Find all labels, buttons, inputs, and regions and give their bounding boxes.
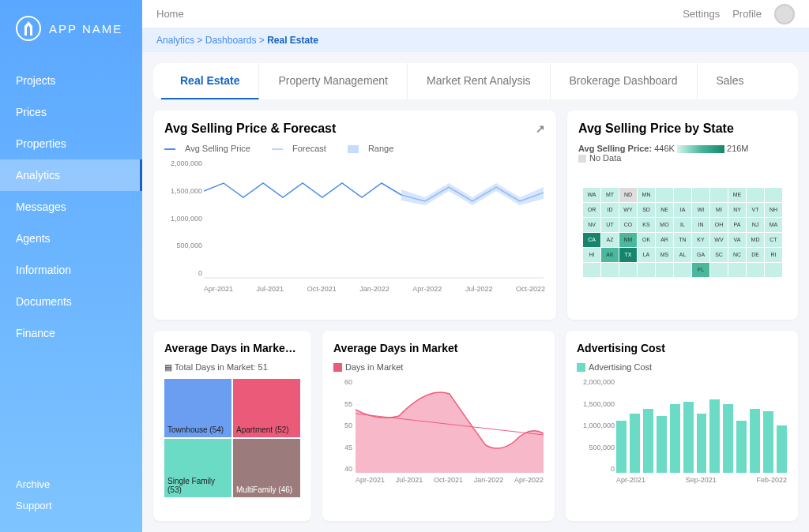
sidebar-item-analytics[interactable]: Analytics [0, 159, 142, 191]
treemap-singlefamily[interactable]: Single Family (53) [164, 439, 231, 497]
map-legend: Avg Selling Price: 446K 216M No Data [578, 144, 787, 163]
expand-icon[interactable]: ↗ [536, 122, 545, 135]
days-chart: 6055504540 Apr-2021Jul-2021Oct-2021Jan-2… [333, 378, 544, 489]
settings-link[interactable]: Settings [683, 8, 720, 20]
tab-real-estate[interactable]: Real Estate [161, 63, 259, 99]
advertising-title: Advertising Cost [577, 342, 665, 354]
forecast-title: Avg Selling Price & Forecast [164, 122, 336, 136]
card-days-line: Average Days in Market Days in Market 60… [322, 331, 555, 521]
breadcrumb: Analytics > Dashboards > Real Estate [142, 28, 809, 52]
sidebar-item-documents[interactable]: Documents [0, 286, 142, 317]
sidebar-item-information[interactable]: Information [0, 254, 142, 286]
sidebar-item-messages[interactable]: Messages [0, 191, 142, 223]
tab-brokerage[interactable]: Brokerage Dashboard [551, 63, 698, 99]
app-name: APP NAME [49, 22, 122, 36]
profile-link[interactable]: Profile [732, 8, 762, 20]
sidebar: APP NAME Projects Prices Properties Anal… [0, 0, 142, 532]
treemap-sub: ▦ Total Days in Market: 51 [164, 362, 300, 373]
forecast-legend: Avg Selling Price Forecast Range [164, 144, 545, 153]
sidebar-item-agents[interactable]: Agents [0, 223, 142, 254]
tabs: Real Estate Property Management Market R… [153, 63, 798, 99]
breadcrumb-analytics[interactable]: Analytics [156, 35, 194, 46]
map-title: Avg Selling Price by State [578, 122, 734, 136]
card-state-map: Avg Selling Price by State Avg Selling P… [567, 111, 798, 320]
card-advertising: Advertising Cost Advertising Cost 2,000,… [566, 331, 798, 521]
card-treemap: Average Days in Marke… ▦ Total Days in M… [153, 331, 311, 521]
tab-sales[interactable]: Sales [698, 63, 763, 99]
home-link[interactable]: Home [156, 8, 184, 20]
avatar[interactable] [774, 4, 795, 24]
sidebar-archive[interactable]: Archive [16, 474, 126, 495]
treemap-title: Average Days in Marke… [164, 342, 296, 354]
sidebar-item-finance[interactable]: Finance [0, 317, 142, 349]
card-forecast: Avg Selling Price & Forecast↗ Avg Sellin… [153, 111, 556, 320]
tab-property-management[interactable]: Property Management [259, 63, 408, 99]
days-title: Average Days in Market [333, 342, 457, 354]
topbar: Home Settings Profile [142, 0, 809, 28]
sidebar-support[interactable]: Support [16, 495, 126, 516]
us-map[interactable]: WAMTNDMNME ORIDWYSDNEIAWIMINYVTNH NVUTCO… [578, 169, 787, 295]
forecast-chart: 2,000,0001,500,0001,000,000500,0000 Apr-… [164, 159, 545, 293]
treemap-chart[interactable]: Townhouse (54) Apartment (52) Single Fam… [164, 379, 300, 497]
treemap-apartment[interactable]: Apartment (52) [233, 379, 300, 437]
logo: APP NAME [0, 16, 142, 65]
logo-icon [16, 16, 41, 41]
sidebar-item-properties[interactable]: Properties [0, 128, 142, 159]
sidebar-item-prices[interactable]: Prices [0, 96, 142, 128]
sidebar-item-projects[interactable]: Projects [0, 65, 142, 96]
treemap-townhouse[interactable]: Townhouse (54) [164, 379, 231, 437]
breadcrumb-dashboards[interactable]: Dashboards [205, 35, 257, 46]
advertising-chart: 2,000,0001,500,0001,000,000500,0000 Apr-… [577, 378, 787, 489]
tab-market-rent[interactable]: Market Rent Analysis [408, 63, 551, 99]
treemap-multifamily[interactable]: MultiFamily (46) [233, 439, 300, 497]
breadcrumb-realestate: Real Estate [267, 35, 318, 46]
